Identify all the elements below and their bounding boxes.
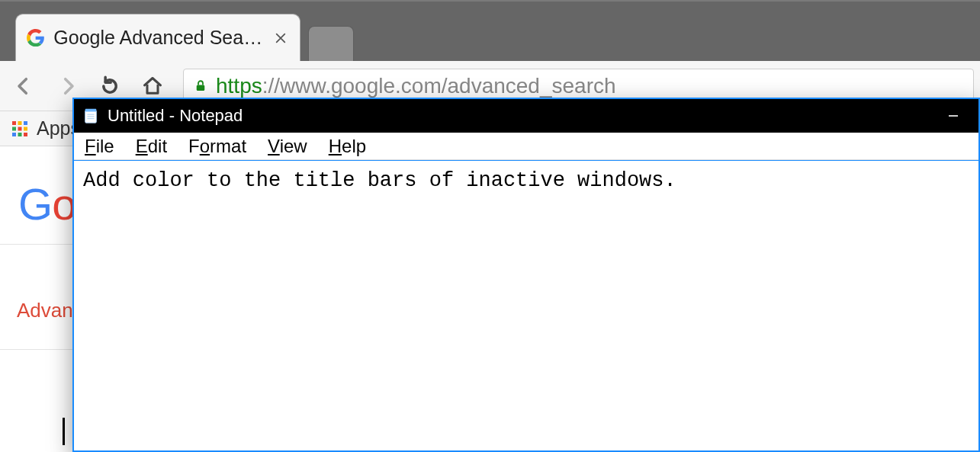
svg-rect-5 <box>18 127 22 130</box>
url-host: www.google.com <box>280 74 442 98</box>
lock-icon <box>193 79 208 94</box>
notepad-icon <box>82 107 100 125</box>
tab-close-icon[interactable] <box>273 30 289 46</box>
reload-icon[interactable] <box>99 75 120 97</box>
menu-format[interactable]: Format <box>188 136 246 157</box>
browser-tab-active[interactable]: Google Advanced Search <box>15 14 300 61</box>
menu-view[interactable]: View <box>268 136 307 157</box>
browser-tab-title: Google Advanced Search <box>53 27 263 49</box>
svg-rect-8 <box>18 133 22 136</box>
svg-rect-11 <box>85 109 97 112</box>
svg-rect-3 <box>24 121 27 125</box>
notepad-editor[interactable] <box>74 160 978 450</box>
svg-rect-6 <box>24 127 27 130</box>
google-favicon <box>27 29 44 47</box>
menu-help[interactable]: Help <box>329 136 366 157</box>
forward-icon[interactable] <box>56 75 78 97</box>
browser-tab-inactive-stub[interactable] <box>308 26 354 61</box>
url-scheme: https <box>216 74 262 98</box>
menu-edit[interactable]: Edit <box>136 136 167 157</box>
menu-file[interactable]: File <box>85 136 114 157</box>
notepad-menubar: File Edit Format View Help <box>74 133 978 160</box>
notepad-title-text: Untitled - Notepad <box>108 106 243 126</box>
apps-icon[interactable] <box>11 120 29 138</box>
svg-rect-9 <box>24 133 27 136</box>
browser-url: https://www.google.com/advanced_search <box>216 74 616 98</box>
browser-tabstrip: Google Advanced Search <box>0 2 980 61</box>
url-path: /advanced_search <box>442 74 616 98</box>
svg-rect-7 <box>12 133 16 136</box>
home-icon[interactable] <box>142 75 163 97</box>
url-schemesep: :// <box>262 74 280 98</box>
svg-rect-1 <box>12 121 16 125</box>
notepad-window[interactable]: Untitled - Notepad File Edit Format View… <box>72 98 980 452</box>
svg-rect-4 <box>12 127 16 130</box>
svg-rect-0 <box>197 85 205 91</box>
back-icon[interactable] <box>14 75 35 97</box>
text-caret <box>63 418 65 445</box>
minimize-button[interactable] <box>931 99 975 133</box>
notepad-titlebar[interactable]: Untitled - Notepad <box>74 99 978 133</box>
svg-rect-2 <box>18 121 22 125</box>
